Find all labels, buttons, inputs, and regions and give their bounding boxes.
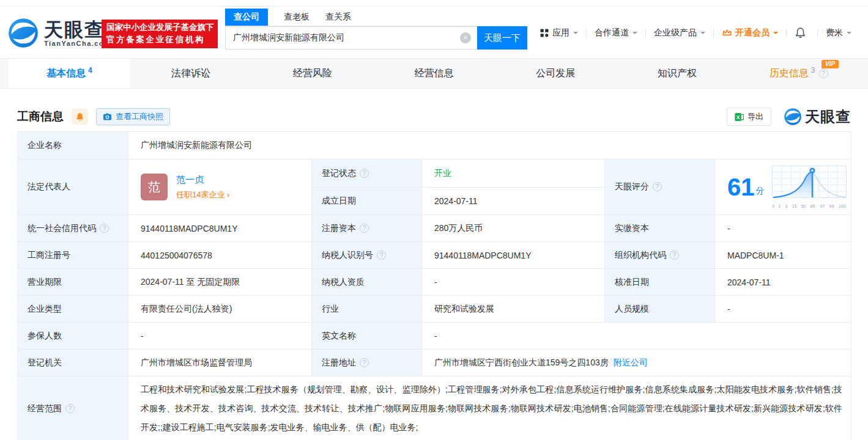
nav-enterprise-products[interactable]: 企业级产品 — [654, 28, 705, 38]
svg-text:X: X — [736, 114, 740, 120]
reg-capital-value: 280万人民币 — [422, 215, 605, 242]
page-tabbar: 基本信息 4 法律诉讼 经营风险 经营信息 公司发展 知识产权 VIP 历史信息… — [0, 58, 868, 89]
business-scope-value: 工程和技术研究和试验发展;工程技术服务（规划管理、勘察、设计、监理除外）;工程管… — [128, 376, 851, 440]
nav-notifications[interactable] — [795, 27, 809, 38]
top-divider — [0, 6, 868, 7]
help-icon[interactable] — [360, 358, 369, 367]
staff-size-label: 人员规模 — [605, 296, 715, 323]
chevron-down-icon — [573, 32, 578, 37]
business-snapshot-button[interactable]: 查看工商快照 — [96, 108, 170, 125]
help-icon[interactable] — [65, 404, 75, 413]
business-info-table: 企业名称 广州增城润安新能源有限公司 法定代表人 范 范一贞 任职14家企业 ›… — [17, 131, 851, 440]
insured-count-value: - — [128, 323, 312, 350]
chevron-down-icon — [773, 32, 778, 37]
english-name-label: 英文名称 — [312, 323, 422, 350]
reg-number-value: 440125004076578 — [128, 242, 312, 269]
apps-grid-icon — [540, 28, 549, 38]
tianyancha-logo-icon — [784, 108, 802, 126]
org-code-label: 组织机构代码 — [605, 242, 715, 269]
reg-address-value: 广州市增城区宁西街创业大道159号之四103房附近公司 — [422, 350, 851, 376]
help-icon[interactable] — [653, 182, 662, 191]
subscribe-bell-button[interactable] — [72, 109, 87, 125]
paid-capital-label: 实缴资本 — [605, 215, 715, 242]
industry-label: 行业 — [312, 296, 422, 323]
watermark-logo: 天眼查 — [784, 107, 851, 127]
paid-capital-value: - — [715, 215, 851, 242]
tab-legal-proceedings[interactable]: 法律诉讼 — [130, 59, 252, 88]
org-code-value: MADPC8UM-1 — [715, 242, 851, 269]
table-row: 登记机关 广州市增城区市场监督管理局 注册地址 广州市增城区宁西街创业大道159… — [18, 350, 851, 376]
tab-business-info[interactable]: 经营信息 — [373, 59, 495, 88]
reg-status-label: 登记状态 — [312, 160, 422, 188]
table-row: 企业类型 有限责任公司(法人独资) 行业 研究和试验发展 人员规模 - — [18, 296, 851, 323]
tianyancha-logo[interactable]: 天眼查 TianYanCha.com — [7, 17, 111, 49]
taxpayer-id-value: 91440118MADPC8UM1Y — [422, 242, 605, 269]
legal-rep-label: 法定代表人 — [18, 160, 128, 215]
section-header: 工商信息 查看工商快照 X 导出 — [17, 105, 851, 128]
reg-authority-label: 登记机关 — [18, 350, 128, 376]
watermark-text: 天眼查 — [805, 107, 851, 127]
chevron-down-icon — [700, 32, 705, 37]
top-navigation: 应用 合作通道 企业级产品 开通会员 费米 — [532, 27, 859, 38]
excel-icon: X — [735, 112, 744, 122]
bell-icon — [75, 112, 84, 122]
search-input[interactable] — [225, 26, 477, 50]
nav-divider — [786, 29, 787, 37]
establish-date-value: 2024-07-11 — [422, 188, 605, 215]
vip-badge: VIP — [822, 60, 839, 68]
nav-user-menu[interactable]: 费米 — [826, 28, 851, 38]
tab-operating-risk[interactable]: 经营风险 — [251, 59, 373, 88]
export-button[interactable]: X 导出 — [727, 108, 771, 126]
tab-count: 3 — [811, 66, 815, 75]
business-term-label: 营业期限 — [18, 269, 128, 296]
tab-company-development[interactable]: 公司发展 — [495, 59, 617, 88]
search-tab-boss[interactable]: 查老板 — [284, 9, 310, 26]
help-icon[interactable] — [100, 224, 109, 233]
tab-intellectual-property[interactable]: 知识产权 — [617, 59, 738, 88]
nav-divider — [645, 29, 646, 37]
nav-cooperation[interactable]: 合作通道 — [595, 28, 637, 38]
nearby-companies-link[interactable]: 附近公司 — [614, 358, 648, 367]
score-unit: 分 — [756, 186, 765, 197]
credit-code-value: 91440118MADPC8UM1Y — [128, 215, 312, 242]
search-tab-company[interactable]: 查公司 — [225, 9, 268, 26]
nav-divider — [817, 29, 818, 37]
establish-date-label: 成立日期 — [312, 188, 422, 215]
business-scope-label: 经营范围 — [18, 376, 128, 440]
reg-number-label: 工商注册号 — [18, 242, 128, 269]
help-icon[interactable] — [360, 169, 369, 178]
insured-count-label: 参保人数 — [18, 323, 128, 350]
nav-divider — [586, 29, 587, 37]
nav-apps[interactable]: 应用 — [540, 28, 578, 38]
taxpayer-id-label: 纳税人识别号 — [312, 242, 422, 269]
tab-history-info[interactable]: VIP 历史信息 3 — [738, 59, 859, 88]
english-name-value: - — [422, 323, 851, 350]
company-type-value: 有限责任公司(法人独资) — [128, 296, 312, 323]
legal-rep-positions-link[interactable]: 任职14家企业 › — [176, 189, 229, 200]
help-icon[interactable] — [670, 251, 679, 260]
credit-code-label: 统一社会信用代码 — [18, 215, 128, 242]
tab-basic-info[interactable]: 基本信息 4 — [9, 59, 130, 88]
reg-capital-label: 注册资本 — [312, 215, 422, 242]
company-name-label: 企业名称 — [18, 132, 128, 160]
chevron-down-icon — [632, 32, 637, 37]
search-button[interactable]: 天眼一下 — [477, 26, 527, 50]
nav-divider — [713, 29, 714, 37]
nav-open-vip[interactable]: 开通会员 — [722, 28, 778, 38]
clear-icon[interactable] — [460, 32, 471, 43]
legal-rep-name-link[interactable]: 范一贞 — [176, 174, 229, 186]
legal-rep-value: 范 范一贞 任职14家企业 › — [128, 160, 312, 215]
company-type-label: 企业类型 — [18, 296, 128, 323]
camera-icon — [103, 112, 112, 121]
business-term-value: 2024-07-11 至 无固定期限 — [128, 269, 312, 296]
badge-line2: 官方备案企业征信机构 — [106, 34, 213, 46]
help-icon[interactable] — [360, 224, 369, 233]
search-tab-relation[interactable]: 查关系 — [325, 9, 351, 26]
legal-rep-avatar[interactable]: 范 — [141, 174, 168, 200]
help-icon[interactable] — [819, 69, 828, 78]
tab-count: 4 — [88, 66, 92, 75]
staff-size-value: - — [715, 296, 851, 323]
help-icon[interactable] — [377, 251, 386, 260]
table-row: 参保人数 - 英文名称 - — [18, 323, 851, 350]
approval-date-value: 2024-07-11 — [715, 269, 851, 296]
